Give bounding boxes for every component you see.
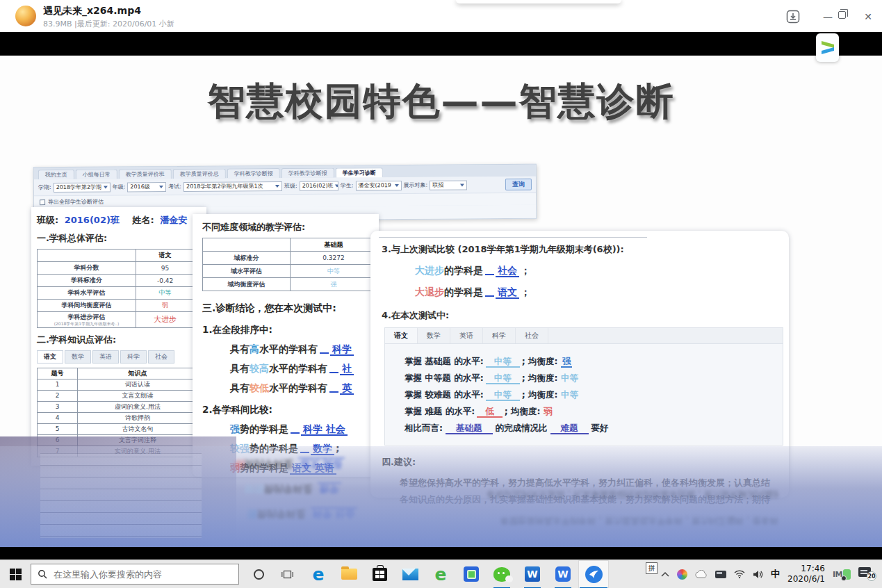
query-button[interactable]: 查询	[505, 179, 532, 190]
rank-line: 具有高水平的学科有科学	[230, 343, 379, 356]
overall-title: 一.学科总体评估:	[37, 232, 201, 245]
clock-time: 17:46	[787, 564, 825, 574]
name-value[interactable]: 潘金安	[160, 215, 187, 225]
filter-label: 展示对象:	[403, 181, 427, 189]
filter-label: 班级:	[284, 182, 297, 190]
thunder-player-icon[interactable]	[578, 560, 609, 588]
input-language-indicator[interactable]: 中	[771, 568, 780, 580]
window-titlebar: 遇见未来_x264.mp4 83.9MB |最后更新: 2020/06/01 小…	[0, 0, 882, 32]
microsoft-store-icon[interactable]	[364, 560, 395, 588]
avatar	[15, 6, 36, 26]
download-icon[interactable]	[786, 10, 800, 24]
tab-english[interactable]: 英语	[450, 328, 483, 343]
browser-tab-active[interactable]: 学生学习诊断	[336, 168, 383, 177]
scope-select[interactable]: 联招	[430, 180, 467, 190]
tab-math[interactable]: 数学	[65, 350, 91, 364]
subject-link[interactable]: 英	[340, 382, 354, 395]
filter-label: 学期:	[38, 183, 51, 191]
export-label: 导出全部学生诊断评估	[48, 198, 104, 206]
table-row: 域水平评估中等	[203, 265, 377, 278]
tab-chinese[interactable]: 语文	[37, 350, 63, 364]
restore-button[interactable]	[838, 11, 846, 19]
browser-tab[interactable]: 学科教学诊断报	[227, 168, 280, 178]
minimize-button[interactable]: —	[819, 8, 837, 25]
windows-logo-icon	[10, 569, 22, 580]
taskbar-apps: e e W W	[303, 560, 609, 588]
video-frame[interactable]: 智慧校园特色——智慧诊断 我的主页 小组每日常 教学质量评价班 教学质量评价总 …	[0, 32, 882, 560]
table-row: 域标准分0.3272	[203, 252, 377, 265]
subject-link[interactable]: 语文	[496, 286, 519, 299]
compare-subtitle: 2.各学科间比较:	[202, 404, 379, 416]
rank-line: 具有较高水平的学科有社	[230, 363, 379, 375]
tab-social[interactable]: 社会	[148, 350, 174, 364]
tab-english[interactable]: 英语	[92, 350, 119, 364]
conclusion-title: 三.诊断结论，您在本次测试中:	[202, 302, 379, 315]
volume-icon[interactable]	[753, 570, 763, 579]
chevron-down-icon	[159, 186, 163, 188]
tab-science[interactable]: 科学	[483, 328, 516, 343]
tab-math[interactable]: 数学	[418, 328, 450, 343]
browser-tab[interactable]: 学科教学诊断报	[281, 168, 334, 178]
taskbar-search[interactable]	[31, 564, 239, 585]
question-type-link[interactable]: 难题	[550, 423, 589, 434]
term-select[interactable]: 2018学年第2学期	[54, 182, 111, 193]
hidden-icons-chevron[interactable]	[661, 571, 669, 577]
wifi-icon[interactable]	[734, 570, 745, 578]
browser-tab[interactable]: 教学质量评价班	[119, 169, 172, 179]
lastexam-line: 大进步的学科是社会；	[415, 265, 778, 277]
taskbar: e e W W 拼 中 17:46 2020/6/1	[0, 560, 882, 588]
lastexam-line: 大退步的学科是语文；	[415, 286, 778, 299]
export-checkbox[interactable]	[40, 199, 45, 205]
notifications-icon[interactable]: 20	[858, 567, 876, 581]
ime-pin-indicator[interactable]: 拼	[646, 562, 658, 574]
chevron-down-icon	[394, 184, 398, 187]
taskbar-clock[interactable]: 17:46 2020/6/1	[787, 564, 825, 585]
edu-app-icon[interactable]	[456, 560, 487, 588]
browser-360-icon[interactable]: e	[425, 560, 456, 588]
subject-link[interactable]: 科学	[330, 343, 354, 356]
grade-select[interactable]: 2016级	[127, 182, 166, 192]
tab-social[interactable]: 社会	[516, 328, 548, 343]
word-icon[interactable]: W	[517, 560, 548, 588]
mastery-summary: 相比而言:基础题的完成情况比难题要好	[405, 423, 783, 434]
class-select[interactable]: 2016(02)班	[300, 181, 338, 190]
message-count-badge: 20	[867, 571, 876, 581]
security-tray-icon[interactable]	[677, 569, 687, 580]
browser-tab[interactable]: 教学质量评价总	[173, 169, 226, 179]
subject-link[interactable]: 科学 社会	[301, 423, 348, 436]
question-type-link[interactable]: 基础题	[446, 423, 493, 434]
chevron-down-icon	[104, 186, 108, 188]
clock-date: 2020/6/1	[787, 574, 825, 585]
start-button[interactable]	[0, 560, 31, 588]
wechat-icon[interactable]	[487, 560, 517, 588]
edge-icon[interactable]: e	[303, 560, 334, 588]
table-row: 2文言文朗读	[38, 390, 198, 401]
subject-link[interactable]: 社会	[496, 265, 519, 277]
name-label: 姓名:	[132, 215, 154, 225]
cloud-tray-icon[interactable]	[695, 570, 708, 578]
mastery-line: 掌握 较难题 的水平:中等; 均衡度: 中等	[405, 389, 783, 401]
file-explorer-icon[interactable]	[334, 560, 364, 588]
search-input[interactable]	[54, 569, 220, 580]
slide: 智慧校园特色——智慧诊断 我的主页 小组每日常 教学质量评价班 教学质量评价总 …	[0, 56, 882, 547]
table-row: 学科分数951	[38, 262, 207, 275]
mail-icon[interactable]	[395, 560, 425, 588]
wps-icon[interactable]: W	[548, 560, 578, 588]
subject-link[interactable]: 社	[340, 363, 354, 375]
mastery-panel: 语文 数学 英语 科学 社会 掌握 基础题 的水平:中等; 均衡度: 强 掌握 …	[384, 327, 783, 446]
class-value[interactable]: 2016(02)班	[65, 215, 120, 225]
device-tray-icon[interactable]	[715, 571, 726, 578]
table-edge-line	[379, 237, 647, 238]
browser-tab[interactable]: 我的主页	[38, 170, 74, 179]
student-select[interactable]: 潘金安(2019	[355, 180, 401, 190]
cortana-icon[interactable]	[254, 569, 264, 580]
tab-science[interactable]: 科学	[120, 350, 147, 364]
tab-chinese[interactable]: 语文	[385, 328, 418, 343]
im-tray-icon[interactable]: IM	[833, 569, 851, 580]
mastery-line: 掌握 基础题 的水平:中等; 均衡度: 强	[405, 356, 783, 368]
browser-tab[interactable]: 小组每日常	[76, 169, 117, 179]
window-title: 遇见未来_x264.mp4	[43, 5, 141, 17]
task-view-icon[interactable]	[281, 569, 293, 580]
close-button[interactable]: ✕	[859, 8, 877, 25]
exam-select[interactable]: 2018学年第2学期九年级第1次	[183, 181, 282, 192]
